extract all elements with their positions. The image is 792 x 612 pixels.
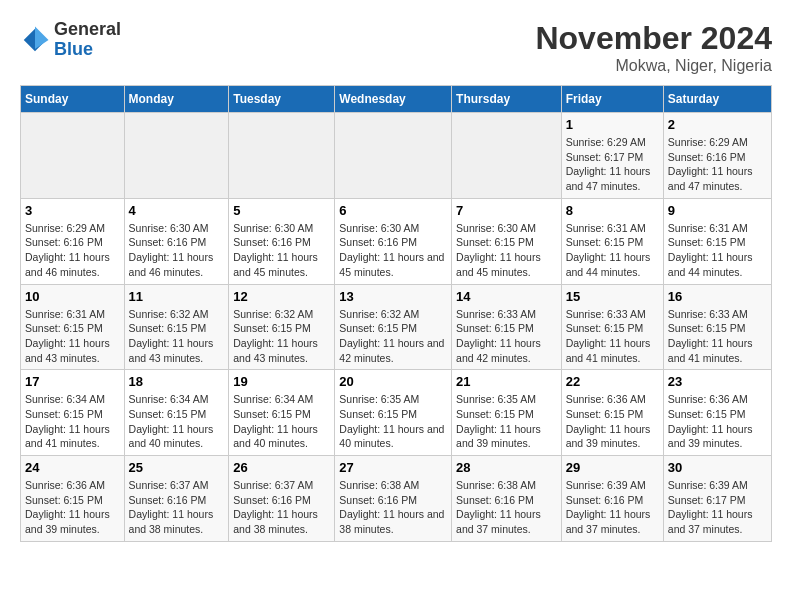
day-cell <box>229 113 335 199</box>
day-cell: 20Sunrise: 6:35 AMSunset: 6:15 PMDayligh… <box>335 370 452 456</box>
day-number: 29 <box>566 460 659 475</box>
day-cell: 8Sunrise: 6:31 AMSunset: 6:15 PMDaylight… <box>561 198 663 284</box>
day-cell: 2Sunrise: 6:29 AMSunset: 6:16 PMDaylight… <box>663 113 771 199</box>
day-info: Sunrise: 6:37 AMSunset: 6:16 PMDaylight:… <box>233 478 330 537</box>
day-cell: 29Sunrise: 6:39 AMSunset: 6:16 PMDayligh… <box>561 456 663 542</box>
day-cell: 30Sunrise: 6:39 AMSunset: 6:17 PMDayligh… <box>663 456 771 542</box>
day-number: 3 <box>25 203 120 218</box>
day-info: Sunrise: 6:32 AMSunset: 6:15 PMDaylight:… <box>233 307 330 366</box>
logo-text: General Blue <box>54 20 121 60</box>
week-row-4: 17Sunrise: 6:34 AMSunset: 6:15 PMDayligh… <box>21 370 772 456</box>
day-cell <box>335 113 452 199</box>
day-cell: 18Sunrise: 6:34 AMSunset: 6:15 PMDayligh… <box>124 370 229 456</box>
week-row-2: 3Sunrise: 6:29 AMSunset: 6:16 PMDaylight… <box>21 198 772 284</box>
day-cell: 16Sunrise: 6:33 AMSunset: 6:15 PMDayligh… <box>663 284 771 370</box>
day-cell <box>21 113 125 199</box>
day-info: Sunrise: 6:33 AMSunset: 6:15 PMDaylight:… <box>566 307 659 366</box>
day-cell: 24Sunrise: 6:36 AMSunset: 6:15 PMDayligh… <box>21 456 125 542</box>
day-number: 10 <box>25 289 120 304</box>
day-number: 22 <box>566 374 659 389</box>
logo-icon <box>20 25 50 55</box>
day-cell: 10Sunrise: 6:31 AMSunset: 6:15 PMDayligh… <box>21 284 125 370</box>
day-info: Sunrise: 6:29 AMSunset: 6:16 PMDaylight:… <box>668 135 767 194</box>
day-number: 13 <box>339 289 447 304</box>
day-number: 12 <box>233 289 330 304</box>
day-cell: 11Sunrise: 6:32 AMSunset: 6:15 PMDayligh… <box>124 284 229 370</box>
header-row: SundayMondayTuesdayWednesdayThursdayFrid… <box>21 86 772 113</box>
day-number: 17 <box>25 374 120 389</box>
day-number: 15 <box>566 289 659 304</box>
header-cell-saturday: Saturday <box>663 86 771 113</box>
day-info: Sunrise: 6:32 AMSunset: 6:15 PMDaylight:… <box>339 307 447 366</box>
day-number: 24 <box>25 460 120 475</box>
day-info: Sunrise: 6:34 AMSunset: 6:15 PMDaylight:… <box>233 392 330 451</box>
day-info: Sunrise: 6:31 AMSunset: 6:15 PMDaylight:… <box>668 221 767 280</box>
day-cell: 22Sunrise: 6:36 AMSunset: 6:15 PMDayligh… <box>561 370 663 456</box>
day-number: 28 <box>456 460 557 475</box>
day-cell: 3Sunrise: 6:29 AMSunset: 6:16 PMDaylight… <box>21 198 125 284</box>
day-number: 26 <box>233 460 330 475</box>
day-cell: 21Sunrise: 6:35 AMSunset: 6:15 PMDayligh… <box>452 370 562 456</box>
day-cell: 19Sunrise: 6:34 AMSunset: 6:15 PMDayligh… <box>229 370 335 456</box>
day-cell: 13Sunrise: 6:32 AMSunset: 6:15 PMDayligh… <box>335 284 452 370</box>
day-info: Sunrise: 6:31 AMSunset: 6:15 PMDaylight:… <box>566 221 659 280</box>
day-cell <box>124 113 229 199</box>
day-number: 14 <box>456 289 557 304</box>
day-cell: 23Sunrise: 6:36 AMSunset: 6:15 PMDayligh… <box>663 370 771 456</box>
day-number: 19 <box>233 374 330 389</box>
day-cell: 15Sunrise: 6:33 AMSunset: 6:15 PMDayligh… <box>561 284 663 370</box>
day-number: 18 <box>129 374 225 389</box>
day-number: 20 <box>339 374 447 389</box>
day-cell: 4Sunrise: 6:30 AMSunset: 6:16 PMDaylight… <box>124 198 229 284</box>
header-cell-friday: Friday <box>561 86 663 113</box>
logo-general-text: General <box>54 20 121 40</box>
day-cell: 7Sunrise: 6:30 AMSunset: 6:15 PMDaylight… <box>452 198 562 284</box>
day-info: Sunrise: 6:36 AMSunset: 6:15 PMDaylight:… <box>25 478 120 537</box>
day-number: 7 <box>456 203 557 218</box>
day-cell: 5Sunrise: 6:30 AMSunset: 6:16 PMDaylight… <box>229 198 335 284</box>
day-cell: 14Sunrise: 6:33 AMSunset: 6:15 PMDayligh… <box>452 284 562 370</box>
week-row-5: 24Sunrise: 6:36 AMSunset: 6:15 PMDayligh… <box>21 456 772 542</box>
header-cell-monday: Monday <box>124 86 229 113</box>
day-number: 30 <box>668 460 767 475</box>
header-cell-tuesday: Tuesday <box>229 86 335 113</box>
day-info: Sunrise: 6:29 AMSunset: 6:17 PMDaylight:… <box>566 135 659 194</box>
day-number: 21 <box>456 374 557 389</box>
day-cell: 25Sunrise: 6:37 AMSunset: 6:16 PMDayligh… <box>124 456 229 542</box>
day-info: Sunrise: 6:34 AMSunset: 6:15 PMDaylight:… <box>25 392 120 451</box>
week-row-3: 10Sunrise: 6:31 AMSunset: 6:15 PMDayligh… <box>21 284 772 370</box>
day-info: Sunrise: 6:38 AMSunset: 6:16 PMDaylight:… <box>339 478 447 537</box>
day-cell <box>452 113 562 199</box>
day-number: 4 <box>129 203 225 218</box>
day-number: 9 <box>668 203 767 218</box>
header-cell-thursday: Thursday <box>452 86 562 113</box>
logo-blue-text: Blue <box>54 40 121 60</box>
day-info: Sunrise: 6:33 AMSunset: 6:15 PMDaylight:… <box>668 307 767 366</box>
month-title: November 2024 <box>535 20 772 57</box>
logo: General Blue <box>20 20 121 60</box>
day-info: Sunrise: 6:29 AMSunset: 6:16 PMDaylight:… <box>25 221 120 280</box>
day-number: 5 <box>233 203 330 218</box>
header-cell-sunday: Sunday <box>21 86 125 113</box>
day-number: 6 <box>339 203 447 218</box>
day-cell: 12Sunrise: 6:32 AMSunset: 6:15 PMDayligh… <box>229 284 335 370</box>
day-info: Sunrise: 6:32 AMSunset: 6:15 PMDaylight:… <box>129 307 225 366</box>
day-cell: 27Sunrise: 6:38 AMSunset: 6:16 PMDayligh… <box>335 456 452 542</box>
day-number: 27 <box>339 460 447 475</box>
day-info: Sunrise: 6:30 AMSunset: 6:15 PMDaylight:… <box>456 221 557 280</box>
week-row-1: 1Sunrise: 6:29 AMSunset: 6:17 PMDaylight… <box>21 113 772 199</box>
title-block: November 2024 Mokwa, Niger, Nigeria <box>535 20 772 75</box>
day-info: Sunrise: 6:35 AMSunset: 6:15 PMDaylight:… <box>339 392 447 451</box>
day-info: Sunrise: 6:30 AMSunset: 6:16 PMDaylight:… <box>339 221 447 280</box>
day-info: Sunrise: 6:35 AMSunset: 6:15 PMDaylight:… <box>456 392 557 451</box>
day-cell: 26Sunrise: 6:37 AMSunset: 6:16 PMDayligh… <box>229 456 335 542</box>
day-info: Sunrise: 6:36 AMSunset: 6:15 PMDaylight:… <box>668 392 767 451</box>
day-info: Sunrise: 6:38 AMSunset: 6:16 PMDaylight:… <box>456 478 557 537</box>
day-info: Sunrise: 6:33 AMSunset: 6:15 PMDaylight:… <box>456 307 557 366</box>
day-cell: 28Sunrise: 6:38 AMSunset: 6:16 PMDayligh… <box>452 456 562 542</box>
calendar-table: SundayMondayTuesdayWednesdayThursdayFrid… <box>20 85 772 542</box>
day-number: 25 <box>129 460 225 475</box>
day-number: 8 <box>566 203 659 218</box>
header-cell-wednesday: Wednesday <box>335 86 452 113</box>
day-info: Sunrise: 6:31 AMSunset: 6:15 PMDaylight:… <box>25 307 120 366</box>
